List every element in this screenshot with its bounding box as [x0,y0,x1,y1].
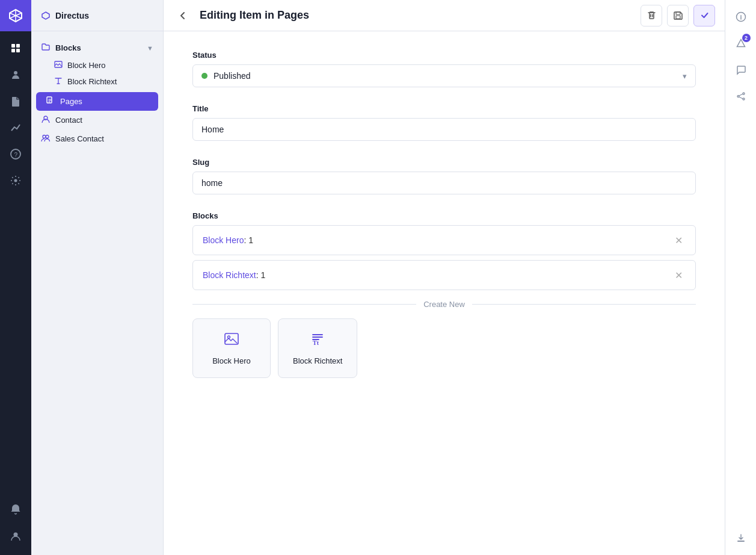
title-label: Title [192,104,696,113]
create-block-hero-card[interactable]: Block Hero [192,318,271,378]
status-field-group: Status Published ▾ [192,51,696,87]
blocks-field-group: Blocks Block Hero: 1 ✕ Block Richtext: 1… [192,211,696,378]
create-new-label: Create New [423,300,465,309]
create-new-cards: Block Hero Tt Block Richtext [192,318,696,378]
block-hero-label: Block Hero: 1 [203,235,253,245]
rail-bottom-icons [4,497,28,555]
sidebar-nav: Blocks ▼ Block Hero Block Richtext Pages [31,31,163,153]
files-nav-icon[interactable] [4,89,28,113]
block-richtext-label: Block Richtext: 1 [203,270,265,280]
sidebar-item-block-hero[interactable]: Block Hero [31,57,163,73]
blocks-label: Blocks [192,211,696,220]
settings-nav-icon[interactable] [4,169,28,193]
sidebar-app-name: Directus [31,0,163,31]
users-nav-icon[interactable] [4,63,28,87]
block-richtext-count: 1 [260,270,265,280]
folder-icon [41,42,51,54]
sales-icon [41,133,51,144]
sidebar-item-contact[interactable]: Contact [31,111,163,129]
block-hero-card-label: Block Hero [212,356,251,365]
svg-point-22 [737,96,739,98]
insights-nav-icon[interactable] [4,116,28,140]
back-button[interactable] [173,6,192,25]
slug-field-group: Slug [192,158,696,194]
block-richtext-type: Block Richtext [203,270,256,280]
chevron-down-icon: ▾ [683,72,687,81]
remove-block-richtext-button[interactable]: ✕ [671,268,686,282]
sidebar-item-pages[interactable]: Pages [36,92,158,111]
confirm-button[interactable] [693,5,715,26]
status-label: Status [192,51,696,60]
text-card-icon: Tt [310,331,325,350]
svg-point-20 [743,93,745,95]
block-hero-type: Block Hero [203,235,244,245]
svg-rect-23 [737,541,745,542]
profile-rail-icon[interactable] [4,524,28,548]
share-icon[interactable] [729,84,753,108]
svg-point-17 [228,336,230,338]
svg-point-21 [743,98,745,100]
revision-icon[interactable]: 2 [729,31,753,55]
right-rail: 2 [725,0,756,555]
page-title: Editing Item in Pages [200,9,633,22]
svg-rect-2 [11,49,15,52]
contact-icon [41,114,51,126]
sidebar-item-block-richtext[interactable]: Block Richtext [31,73,163,90]
chevron-down-icon: ▼ [147,45,153,52]
notifications-rail-icon[interactable] [4,497,28,521]
block-richtext-card-label: Block Richtext [293,356,342,365]
help-nav-icon[interactable]: ? [4,142,28,166]
divider-line-right [472,304,696,305]
header-actions [641,5,715,26]
main-header: Editing Item in Pages [164,0,725,31]
info-icon[interactable] [729,5,753,29]
delete-button[interactable] [641,5,662,26]
sidebar-group-blocks[interactable]: Blocks ▼ [31,39,163,57]
sidebar-blocks-group: Blocks ▼ Block Hero Block Richtext [31,36,163,92]
svg-text:?: ? [14,152,18,158]
pages-icon [46,96,55,107]
title-field-group: Title [192,104,696,141]
svg-rect-15 [676,16,680,19]
sidebar-item-sales-contact[interactable]: Sales Contact [31,129,163,148]
image-icon [54,60,63,70]
svg-text:Tt: Tt [313,340,319,346]
status-dropdown[interactable]: Published ▾ [192,64,696,87]
export-icon[interactable] [729,526,753,550]
revision-badge: 2 [742,34,751,42]
svg-point-13 [46,135,49,138]
rail-nav-items: ? [4,31,28,497]
title-input[interactable] [192,118,696,141]
app-logo[interactable] [0,0,31,31]
block-hero-count: 1 [248,235,253,245]
svg-rect-3 [16,49,20,52]
svg-point-12 [43,135,46,138]
remove-block-hero-button[interactable]: ✕ [671,233,686,247]
content-nav-icon[interactable] [4,36,28,60]
form-area: Status Published ▾ Title Slug Blocks Blo… [164,31,725,555]
block-item-hero: Block Hero: 1 ✕ [192,225,696,255]
image-card-icon [224,331,239,350]
create-new-divider: Create New [192,300,696,309]
sidebar: Directus Blocks ▼ Block Hero Block [31,0,164,555]
svg-rect-1 [16,44,20,48]
block-item-richtext: Block Richtext: 1 ✕ [192,260,696,290]
status-dot [201,73,207,79]
create-new-section: Create New Block Hero Tt Block Ri [192,300,696,378]
slug-label: Slug [192,158,696,167]
svg-rect-0 [11,44,15,48]
divider-line-left [192,304,416,305]
svg-point-4 [14,71,17,75]
comment-icon[interactable] [729,58,753,82]
text-icon [54,76,63,87]
slug-input[interactable] [192,172,696,194]
icon-rail: ? [0,0,31,555]
main-area: Editing Item in Pages Status Published ▾ [164,0,725,555]
status-value: Published [214,71,677,81]
create-block-richtext-card[interactable]: Tt Block Richtext [278,318,357,378]
save-button[interactable] [667,5,689,26]
svg-point-7 [14,179,17,182]
